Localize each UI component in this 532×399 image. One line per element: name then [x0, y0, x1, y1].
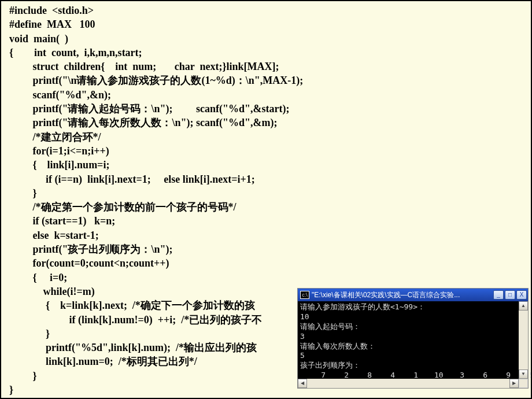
scroll-down-icon[interactable]: ▼ — [519, 370, 528, 379]
console-line: 3 — [300, 332, 526, 342]
console-line: 5 — [300, 351, 526, 361]
code-line: #define MAX 100 — [9, 17, 523, 31]
scroll-up-icon[interactable]: ▲ — [519, 301, 528, 311]
code-line: { link[i].num=i; — [9, 158, 523, 172]
code-line: for(count=0;count<n;count++) — [9, 256, 523, 270]
scroll-left-icon[interactable]: ◀ — [298, 379, 307, 388]
console-output: 请输入参加游戏孩子的人数<1~99>：10请输入起始号码：3请输入每次所数人数：… — [298, 301, 528, 388]
code-line: printf("请输入每次所数人数：\n"); scanf("%d",&m); — [9, 116, 523, 130]
maximize-button[interactable]: □ — [505, 290, 515, 300]
scrollbar-horizontal[interactable]: ◀ ▶ — [298, 379, 519, 388]
console-line: 请输入参加游戏孩子的人数<1~99>： — [300, 302, 526, 312]
code-line: { int count, i,k,m,n,start; — [9, 46, 523, 60]
console-line: 孩子出列顺序为： — [300, 361, 526, 371]
cmd-icon: c:\ — [300, 291, 309, 299]
code-line: void main( ) — [9, 32, 523, 46]
code-line: } — [9, 186, 523, 200]
scroll-htrack[interactable] — [307, 379, 509, 388]
code-line: scanf("%d",&n); — [9, 88, 523, 102]
code-line: printf("请输入起始号码：\n"); scanf("%d",&start)… — [9, 102, 523, 116]
code-line: /*确定第一个参加计数的前一个孩子的号码*/ — [9, 200, 523, 214]
code-line: for(i=1;i<=n;i++) — [9, 144, 523, 158]
code-line: printf("\n请输入参加游戏孩子的人数(1~%d)：\n",MAX-1); — [9, 73, 523, 87]
console-line: 请输入每次所数人数： — [300, 342, 526, 352]
close-button[interactable]: X — [516, 290, 527, 300]
minimize-button[interactable]: _ — [493, 290, 504, 300]
window-title: "E:\xie\备课相关\02实践\实践—C语言综合实验... — [312, 290, 493, 300]
scroll-track[interactable] — [519, 311, 528, 370]
code-line: if (start==1) k=n; — [9, 214, 523, 228]
scrollbar-vertical[interactable]: ▲ ▼ — [519, 301, 528, 379]
code-line: /*建立闭合环*/ — [9, 130, 523, 144]
code-line: if (i==n) link[i].next=1; else link[i].n… — [9, 172, 523, 186]
code-line: struct children{ int num; char next;}lin… — [9, 60, 523, 73]
console-line: 10 — [300, 312, 526, 322]
scroll-right-icon[interactable]: ▶ — [509, 379, 519, 388]
titlebar[interactable]: c:\ "E:\xie\备课相关\02实践\实践—C语言综合实验... _ □ … — [298, 289, 528, 301]
console-window: c:\ "E:\xie\备课相关\02实践\实践—C语言综合实验... _ □ … — [297, 288, 529, 389]
scrollbar-corner — [519, 379, 528, 388]
console-line: 请输入起始号码： — [300, 322, 526, 332]
code-line: else k=start-1; — [9, 228, 523, 242]
code-line: printf("孩子出列顺序为：\n"); — [9, 242, 523, 256]
code-line: { i=0; — [9, 271, 523, 285]
code-line: #include <stdio.h> — [9, 3, 523, 17]
